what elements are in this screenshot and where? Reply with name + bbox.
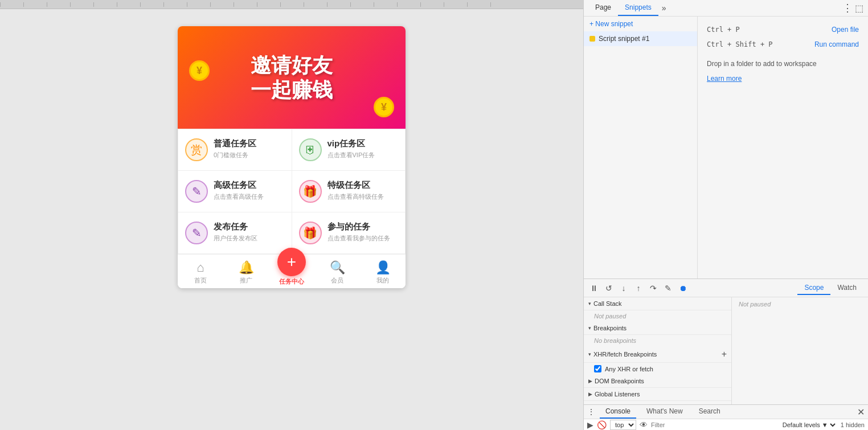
devtools-top-content: + New snippet Script snippet #1 Ctrl + P… [584,17,868,279]
top-ruler [0,0,583,9]
step-into-btn[interactable]: ↓ [618,282,629,294]
pause-btn[interactable]: ⏸ [588,282,600,294]
task-text-1: vip任务区 点击查看VIP任务 [327,138,375,159]
banner-coin-right: ¥ [374,97,394,117]
breakpoints-header[interactable]: ▾ Breakpoints [584,322,731,335]
promo-icon: 🔔 [239,260,254,275]
task-icon-5: 🎁 [299,222,322,244]
task-cell-2[interactable]: ✎ 高级任务区 点击查看高级任务 [178,171,292,212]
tab-page[interactable]: Page [588,0,618,16]
task-title-2: 高级任务区 [214,180,264,191]
step-out-btn[interactable]: ↑ [633,282,644,294]
nav-promo-label: 推广 [240,276,252,285]
tab-console[interactable]: Console [600,405,636,419]
nav-task-center[interactable]: + 任务中心 [275,259,309,286]
task-cell-0[interactable]: 赏 普通任务区 0门槛做任务 [178,129,292,170]
step-over-btn[interactable]: ↺ [603,282,615,294]
callstack-triangle: ▾ [588,301,591,306]
task-cell-3[interactable]: 🎁 特级任务区 点击查看高特级任务 [292,171,406,212]
xhr-breakpoints-header[interactable]: ▾ XHR/fetch Breakpoints + [584,346,731,363]
debugger-content: ▾ Call Stack Not paused ▾ Breakpoints No… [584,297,868,404]
pause-on-exceptions-btn[interactable]: ⏺ [677,282,689,294]
dom-breakpoints-header[interactable]: ▶ DOM Breakpoints [584,375,731,388]
shortcut-row-0: Ctrl + P Open file [707,26,859,34]
xhr-breakpoints-label: XHR/fetch Breakpoints [593,351,657,358]
scope-tab[interactable]: Scope [797,281,830,295]
shortcut-row-1: Ctrl + Shift + P Run command [707,40,859,48]
task-text-3: 特级任务区 点击查看高特级任务 [327,180,384,201]
task-subtitle-0: 0门槛做任务 [214,151,256,159]
more-tabs-btn[interactable]: » [658,1,670,15]
xhr-any-label: Any XHR or fetch [605,366,653,372]
nav-home-label: 首页 [194,276,207,285]
task-text-4: 发布任务 用户任务发布区 [214,222,257,243]
deactivate-breakpoints-btn[interactable]: ✎ [662,282,674,294]
shortcut-action-0[interactable]: Open file [832,26,859,34]
snippet-item-label-0: Script snippet #1 [599,35,649,43]
mine-icon: 👤 [375,260,391,275]
xhr-any-checkbox[interactable] [594,365,601,372]
task-subtitle-5: 点击查看我参与的任务 [327,234,390,243]
task-subtitle-3: 点击查看高特级任务 [327,193,384,201]
xhr-any-row: Any XHR or fetch [584,363,731,375]
filter-input[interactable] [651,421,679,428]
task-cell-5[interactable]: 🎁 参与的任务 点击查看我参与的任务 [292,212,406,253]
member-icon: 🔍 [330,260,345,275]
global-listeners-label: Global Listeners [595,391,640,398]
clear-log-btn[interactable]: 🚫 [597,420,607,429]
home-icon: ⌂ [196,260,204,275]
task-text-0: 普通任务区 0门槛做任务 [214,138,256,159]
bottom-nav: ⌂ 首页 🔔 推广 + 任务中心 🔍 会员 👤 我的 [178,254,406,288]
learn-more-link[interactable]: Learn more [707,75,859,83]
tab-snippets[interactable]: Snippets [618,0,658,16]
nav-member[interactable]: 🔍 会员 [320,260,354,285]
task-title-1: vip任务区 [327,138,375,149]
nav-member-label: 会员 [331,276,343,285]
execute-btn[interactable]: ▶ [587,420,593,429]
snippets-panel: + New snippet Script snippet #1 [584,17,698,279]
tab-search[interactable]: Search [693,405,726,419]
devtools-menu-btn[interactable]: ⋮ [842,2,853,14]
breakpoints-status: No breakpoints [584,335,731,346]
console-eye-icon[interactable]: 👁 [640,420,648,429]
scope-status: Not paused [732,297,868,311]
new-snippet-btn[interactable]: + New snippet [584,17,697,31]
shortcut-key-1: Ctrl + Shift + P [707,40,773,48]
xhr-triangle: ▾ [588,351,591,357]
dom-breakpoints-label: DOM Breakpoints [595,378,644,384]
task-subtitle-4: 用户任务发布区 [214,234,257,243]
task-center-btn[interactable]: + [277,248,306,276]
callstack-header[interactable]: ▾ Call Stack [584,297,731,310]
snippet-item-0[interactable]: Script snippet #1 [584,31,697,46]
task-icon-4: ✎ [185,222,208,244]
shortcut-key-0: Ctrl + P [707,26,740,34]
tab-whats-new[interactable]: What's New [641,405,689,419]
devtools-undock-btn[interactable]: ⬚ [855,3,863,14]
console-settings-icon[interactable]: ⋮ [587,407,595,416]
phone-container: ¥ 邀请好友 一起赚钱 ¥ 赏 普通任务区 0门槛做任务 ⛨ vip任务区 [178,26,406,288]
nav-mine-label: 我的 [376,276,389,285]
task-icon-0: 赏 [185,138,208,161]
scope-watch-tabs-container: Scope Watch [797,281,863,295]
task-title-0: 普通任务区 [214,138,256,149]
top-context-select[interactable]: top [610,420,636,430]
task-cell-1[interactable]: ⛨ vip任务区 点击查看VIP任务 [292,129,406,170]
console-input-row: ▶ 🚫 top 👁 Default levels ▼ 1 hidden [584,419,868,430]
task-icon-2: ✎ [185,180,208,203]
shortcut-action-1[interactable]: Run command [814,40,859,48]
watch-tab[interactable]: Watch [830,281,863,295]
task-cell-4[interactable]: ✎ 发布任务 用户任务发布区 [178,212,292,253]
console-close-btn[interactable]: ✕ [857,407,865,417]
nav-home[interactable]: ⌂ 首页 [183,260,218,285]
nav-mine[interactable]: 👤 我的 [366,260,400,285]
breakpoints-triangle: ▾ [588,325,591,331]
nav-promo[interactable]: 🔔 推广 [229,260,263,285]
xhr-add-btn[interactable]: + [722,349,727,359]
default-levels-select[interactable]: Default levels ▼ [780,421,837,429]
step-btn[interactable]: ↷ [648,282,659,294]
task-title-5: 参与的任务 [327,222,390,232]
dom-triangle: ▶ [588,378,592,384]
callstack-panel: ▾ Call Stack Not paused ▾ Breakpoints No… [584,297,732,404]
devtools-top-tabs: Page Snippets » ⋮ ⬚ [584,0,868,17]
global-listeners-header[interactable]: ▶ Global Listeners [584,388,731,401]
